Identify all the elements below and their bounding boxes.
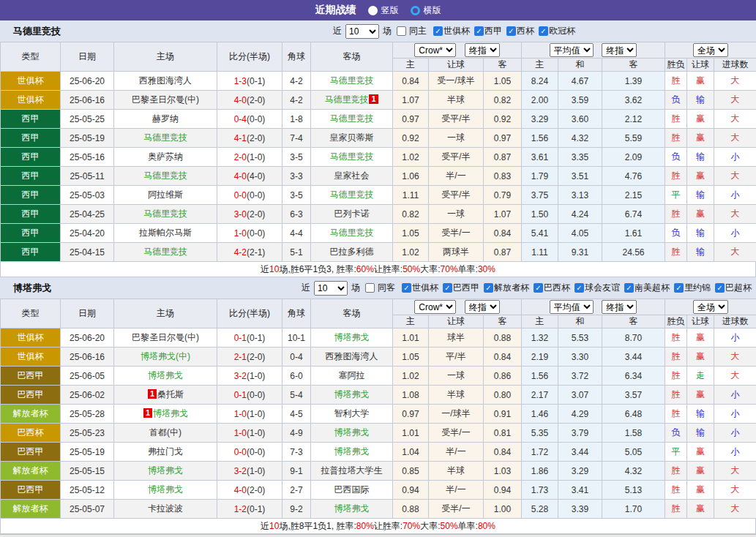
goals-result-cell: 大: [714, 167, 756, 186]
odds-company-select[interactable]: Crow*: [414, 43, 456, 57]
avg-home-cell: 2.19: [522, 348, 558, 367]
league-checkbox[interactable]: [575, 283, 584, 293]
team-link[interactable]: 博塔弗戈: [334, 427, 370, 438]
team-link[interactable]: 马德里竞技: [143, 209, 187, 219]
team-link[interactable]: 巴黎圣日尔曼(中): [132, 332, 199, 342]
team-link[interactable]: 阿拉维斯: [148, 189, 183, 200]
team-link[interactable]: 博塔弗戈: [334, 332, 370, 342]
result-cell: 负: [665, 91, 687, 110]
fulltime-score: 2-1: [234, 352, 247, 362]
league-checkbox-label: 巴西甲: [453, 282, 479, 294]
team-link[interactable]: 马德里竞技: [330, 151, 374, 162]
result-cell: 胜: [665, 500, 687, 519]
same-venue-checkbox[interactable]: [365, 283, 375, 293]
league-checkbox[interactable]: [443, 283, 452, 293]
league-checkbox[interactable]: [433, 26, 443, 36]
team-link[interactable]: 桑托斯: [157, 389, 184, 399]
team-link[interactable]: 西雅图海湾人: [139, 75, 192, 86]
league-checkbox[interactable]: [506, 26, 516, 36]
final-index-select-2[interactable]: 终指: [602, 43, 637, 57]
same-venue-checkbox[interactable]: [397, 26, 406, 36]
column-header-away: 客场: [311, 42, 393, 72]
team-link[interactable]: 博塔弗戈: [148, 465, 183, 476]
league-type-cell: 巴西甲: [1, 386, 61, 405]
team-link[interactable]: 奥萨苏纳: [148, 151, 183, 162]
team-link[interactable]: 卡拉波波: [148, 503, 183, 514]
scope-select[interactable]: 全场: [693, 43, 728, 57]
corner-cell: 2-7: [282, 481, 311, 500]
result-cell: 胜: [665, 129, 687, 148]
team-link[interactable]: 皇家社会: [334, 170, 370, 181]
team-link[interactable]: 巴西国际: [334, 484, 370, 495]
view-option-horizontal[interactable]: 横版: [411, 4, 441, 17]
home-odds-cell: 1.05: [393, 348, 429, 367]
league-checkbox[interactable]: [715, 283, 725, 293]
team-link[interactable]: 巴列卡诺: [334, 209, 370, 219]
team-link[interactable]: 马德里竞技: [330, 189, 374, 200]
final-index-select-2[interactable]: 终指: [602, 300, 637, 314]
date-cell: 25-05-03: [61, 186, 114, 205]
league-checkbox[interactable]: [534, 283, 543, 293]
team-link[interactable]: 皇家贝蒂斯: [330, 132, 374, 143]
home-odds-cell: 1.01: [393, 328, 429, 348]
team-link[interactable]: 博塔弗戈: [148, 484, 183, 495]
column-header-corner: 角球: [282, 299, 311, 328]
final-index-select[interactable]: 终指: [465, 43, 500, 57]
team-link[interactable]: 马德里竞技: [330, 228, 374, 238]
team-link[interactable]: 博塔弗戈(中): [141, 351, 190, 361]
league-checkbox[interactable]: [484, 283, 493, 293]
team-link[interactable]: 博塔弗戈: [334, 503, 370, 514]
team-link[interactable]: 马德里竞技: [143, 170, 187, 181]
team-link[interactable]: 赫罗纳: [152, 113, 179, 124]
league-checkbox[interactable]: [624, 283, 634, 293]
goals-result-cell: 大: [714, 72, 756, 91]
corner-cell: 3-3: [282, 167, 311, 186]
view-option-vertical[interactable]: 竖版: [368, 4, 399, 17]
odds-company-select[interactable]: Crow*: [414, 300, 456, 314]
date-cell: 25-05-12: [61, 481, 114, 500]
team-link[interactable]: 西雅图海湾人: [326, 351, 378, 361]
sub-col-header-handicap-result: 让球: [687, 315, 714, 328]
team-link[interactable]: 巴黎圣日尔曼(中): [132, 94, 199, 105]
team-link[interactable]: 马德里竞技: [330, 75, 374, 86]
away-odds-cell: 0.81: [484, 424, 522, 443]
away-odds-cell: 0.87: [484, 243, 522, 262]
league-checkbox[interactable]: [474, 26, 484, 36]
recent-count-select[interactable]: 10: [314, 281, 348, 296]
home-team-cell: 拉斯帕尔马斯: [114, 224, 217, 243]
league-type-cell: 西甲: [1, 224, 61, 243]
scope-select[interactable]: 全场: [693, 300, 728, 314]
home-team-cell: 1桑托斯: [114, 386, 217, 405]
result-cell: 平: [665, 443, 687, 462]
team-link[interactable]: 弗拉门戈: [148, 446, 183, 457]
team-link[interactable]: 马德里竞技: [330, 113, 374, 124]
team-link[interactable]: 塞阿拉: [339, 370, 365, 380]
final-index-select[interactable]: 终指: [465, 300, 500, 314]
average-odds-select[interactable]: 平均值: [550, 43, 594, 57]
team-link[interactable]: 马德里竞技: [143, 247, 187, 257]
recent-count-select[interactable]: 10: [345, 24, 379, 39]
view-option-vertical-label: 竖版: [381, 4, 399, 17]
team-link[interactable]: 博塔弗戈: [148, 370, 183, 380]
league-checkbox[interactable]: [674, 283, 684, 293]
summary-segment: 让胜率:: [374, 520, 403, 533]
team-link[interactable]: 博塔弗戈: [334, 389, 370, 399]
league-checkbox[interactable]: [402, 283, 411, 293]
team-link[interactable]: 马德里竞技: [324, 94, 368, 105]
same-venue-label: 同客: [378, 282, 395, 294]
team-link[interactable]: 巴拉多利德: [330, 247, 374, 257]
team-link[interactable]: 首都(中): [149, 427, 181, 438]
rank-badge: 1: [143, 408, 152, 418]
team-link[interactable]: 智利大学: [334, 408, 370, 418]
date-cell: 25-06-16: [61, 91, 114, 110]
recent-results-page: 近期战绩 竖版 横版 马德里竞技 近 10 场 同主 世俱杯西甲西杯欧冠杯: [0, 0, 756, 537]
team-link[interactable]: 马德里竞技: [143, 132, 187, 143]
halftime-score: (2-1): [247, 247, 265, 258]
average-odds-select[interactable]: 平均值: [550, 300, 594, 314]
team-link[interactable]: 拉普拉塔大学生: [321, 465, 383, 476]
team-link[interactable]: 拉斯帕尔马斯: [139, 228, 192, 238]
halftime-score: (0-1): [247, 504, 265, 514]
team-link[interactable]: 博塔弗戈: [334, 446, 370, 457]
league-checkbox[interactable]: [539, 26, 548, 36]
team-link[interactable]: 博塔弗戈: [153, 408, 188, 418]
